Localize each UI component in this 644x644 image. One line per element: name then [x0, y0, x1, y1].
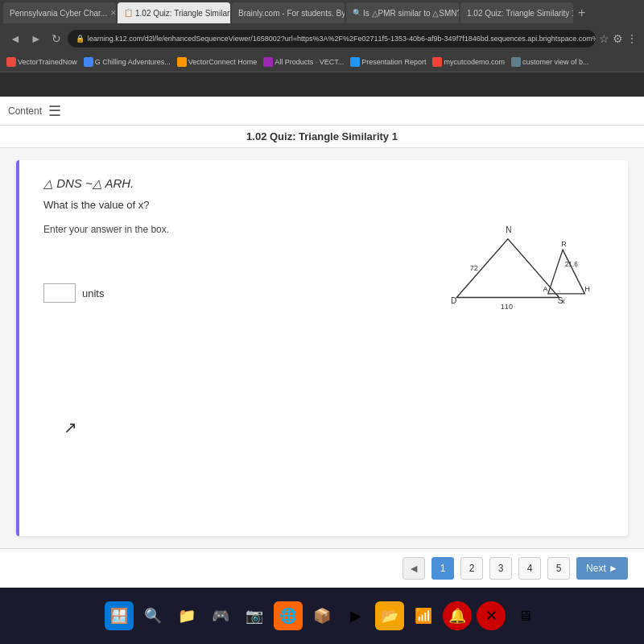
svg-marker-1 — [548, 250, 584, 294]
bookmark-icon-5 — [350, 57, 360, 67]
triangle-diagram: N D S 72 110 A R H 21.6 — [435, 208, 596, 313]
bookmarks-bar: VectorTrainedNow G Chilling Adventures..… — [0, 52, 644, 72]
bookmark-customer[interactable]: customer view of b... — [511, 57, 589, 67]
similarity-statement: △ DNS ~△ ARH. — [43, 176, 604, 191]
label-D: D — [451, 296, 456, 305]
browser-chrome: Pennsylvania Cyber Char... ✕ 📋 1.02 Quiz… — [0, 0, 644, 97]
bookmark-icon-7 — [511, 57, 521, 67]
taskbar-icons: 🪟 🔍 📁 🎮 📷 🌐 📦 ▶ 📂 📶 🔔 ✕ 🖥 — [105, 601, 539, 630]
bookmark-presentation[interactable]: Presentation Report — [350, 57, 426, 67]
tab-quiz2[interactable]: 1.02 Quiz: Triangle Similarity 1 a... ✕ — [460, 2, 573, 23]
units-label: units — [82, 287, 104, 299]
extension-icon[interactable]: ⚙ — [613, 32, 623, 45]
taskbar-media-icon[interactable]: ▶ — [341, 601, 370, 630]
taskbar-notify-icon[interactable]: 🔔 — [443, 601, 472, 630]
cursor-arrow: ↗ — [64, 418, 77, 437]
page-4-button[interactable]: 4 — [518, 557, 541, 580]
bookmark-icon-2 — [84, 57, 93, 67]
refresh-button[interactable]: ↻ — [48, 31, 64, 47]
address-bar[interactable]: 🔒 learning.k12.com/d2l/le/enhancedSequen… — [68, 30, 596, 47]
page-5-button[interactable]: 5 — [547, 557, 570, 580]
address-bar-row: ◄ ► ↻ 🔒 learning.k12.com/d2l/le/enhanced… — [0, 26, 644, 52]
taskbar-search-icon[interactable]: 🔍 — [138, 601, 167, 630]
page-2-button[interactable]: 2 — [460, 557, 483, 580]
forward-button[interactable]: ► — [27, 31, 45, 47]
taskbar-browser-icon[interactable]: 🌐 — [274, 601, 303, 630]
tab-bar: Pennsylvania Cyber Char... ✕ 📋 1.02 Quiz… — [0, 0, 644, 26]
content-label: Content — [8, 105, 42, 117]
search-icon: 🔍 — [353, 9, 361, 17]
quiz-area: ↗ △ DNS ~△ ARH. What is the value of x? … — [0, 148, 644, 588]
browser-content: Content ☰ 1.02 Quiz: Triangle Similarity… — [0, 97, 644, 588]
new-tab-button[interactable]: + — [578, 6, 585, 20]
quiz-tab-icon: 📋 — [124, 9, 133, 17]
taskbar-windows-icon[interactable]: 🪟 — [105, 601, 134, 630]
bookmark-vector[interactable]: VectorTrainedNow — [6, 57, 77, 67]
bookmark-google[interactable]: G Chilling Adventures... — [84, 57, 171, 67]
label-21-6: 21.6 — [565, 261, 578, 268]
bookmark-vectorconnect[interactable]: VectorConnect Home — [177, 57, 258, 67]
label-72: 72 — [470, 264, 478, 272]
label-N: N — [506, 225, 511, 234]
page-3-button[interactable]: 3 — [489, 557, 512, 580]
bookmark-icon-3 — [177, 57, 187, 67]
lms-title-bar: 1.02 Quiz: Triangle Similarity 1 — [0, 126, 644, 148]
tab-brainly[interactable]: Brainly.com - For students. By st... ✕ — [232, 2, 345, 23]
tab-quiz[interactable]: 📋 1.02 Quiz: Triangle Similarity 1 ✕ — [118, 2, 230, 23]
page-1-button[interactable]: 1 — [431, 557, 454, 580]
diagram-area: N D S 72 110 A R H 21.6 — [435, 208, 596, 305]
label-110: 110 — [501, 303, 513, 311]
bookmark-icon-1 — [6, 57, 16, 67]
question-container: ↗ △ DNS ~△ ARH. What is the value of x? … — [16, 160, 628, 536]
lms-toolbar: Content ☰ — [0, 97, 644, 126]
tab-pmr[interactable]: 🔍 Is △PMR similar to △SMN? If so... ✕ — [346, 2, 459, 23]
taskbar-folder-icon[interactable]: 📂 — [375, 601, 404, 630]
label-H: H — [584, 285, 590, 293]
lock-icon: 🔒 — [76, 35, 85, 43]
bookmark-star-icon[interactable]: ☆ — [599, 32, 609, 45]
taskbar-files-icon[interactable]: 📁 — [172, 601, 201, 630]
bookmark-mycutcode[interactable]: mycutcodemo.com — [432, 57, 505, 67]
next-button[interactable]: Next ► — [576, 557, 628, 580]
taskbar: 🪟 🔍 📁 🎮 📷 🌐 📦 ▶ 📂 📶 🔔 ✕ 🖥 — [0, 588, 644, 644]
bookmark-allproducts[interactable]: All Products · VECT... — [263, 57, 344, 67]
back-button[interactable]: ◄ — [6, 31, 24, 47]
label-x: x — [561, 297, 565, 305]
taskbar-gamepad-icon[interactable]: 🎮 — [206, 601, 235, 630]
bookmark-icon-4 — [263, 57, 273, 67]
taskbar-wifi-icon[interactable]: 📶 — [409, 601, 438, 630]
label-A: A — [543, 285, 549, 293]
taskbar-display-icon[interactable]: 🖥 — [510, 601, 539, 630]
tab-pennsylvania[interactable]: Pennsylvania Cyber Char... ✕ — [3, 2, 116, 23]
nav-footer: ◄ 1 2 3 4 5 Next ► — [0, 548, 644, 588]
taskbar-camera-icon[interactable]: 📷 — [240, 601, 269, 630]
taskbar-dropbox-icon[interactable]: 📦 — [308, 601, 336, 630]
taskbar-close-icon[interactable]: ✕ — [477, 601, 506, 630]
lms-menu-icon[interactable]: ☰ — [48, 102, 61, 120]
label-R: R — [561, 240, 567, 248]
answer-input[interactable] — [43, 283, 76, 303]
prev-page-button[interactable]: ◄ — [402, 557, 425, 580]
bookmark-icon-6 — [432, 57, 442, 67]
menu-icon[interactable]: ⋮ — [626, 32, 638, 45]
tab-close-icon[interactable]: ✕ — [110, 9, 116, 17]
